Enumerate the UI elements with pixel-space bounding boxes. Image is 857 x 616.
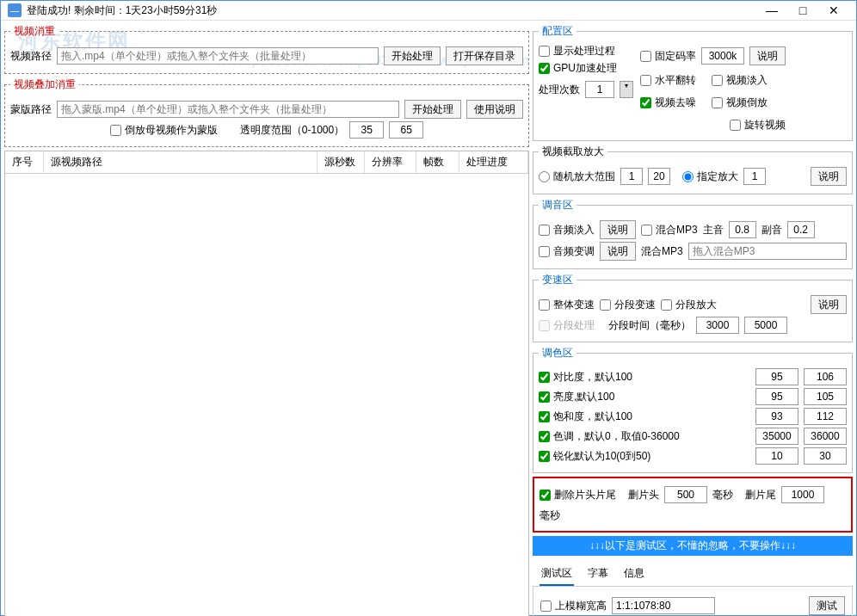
gpu-checkbox[interactable]: GPU加速处理	[539, 61, 633, 76]
col-progress: 处理进度	[459, 151, 528, 173]
brightness-max[interactable]	[804, 388, 847, 405]
saturation-max[interactable]	[804, 408, 847, 425]
seg-time-min-input[interactable]	[696, 317, 739, 334]
audio-explain-button[interactable]: 说明	[600, 220, 636, 239]
hue-checkbox[interactable]: 色调，默认0，取值0-36000	[539, 429, 680, 444]
table-body[interactable]	[5, 174, 528, 616]
fixed-zoom-input[interactable]	[743, 168, 766, 185]
saturation-min[interactable]	[755, 408, 798, 425]
col-index: 序号	[5, 151, 44, 173]
segment-time-label: 分段时间（毫秒）	[608, 318, 691, 333]
section-legend: 配置区	[539, 24, 576, 39]
zoom-min-input[interactable]	[620, 168, 643, 185]
tabs: 测试区 字幕 信息	[533, 559, 853, 587]
section-legend: 视频叠加消重	[10, 77, 79, 92]
show-process-checkbox[interactable]: 显示处理过程	[539, 44, 633, 59]
mix-mp3-label: 混合MP3	[641, 244, 683, 259]
fadein-checkbox[interactable]: 视频淡入	[712, 73, 768, 88]
sharpen-max[interactable]	[804, 447, 847, 465]
test-button[interactable]: 测试	[809, 596, 845, 615]
tab-subtitle[interactable]: 字幕	[586, 563, 610, 586]
mask-path-input[interactable]	[57, 101, 399, 118]
hue-max[interactable]	[804, 428, 847, 445]
mask-path-label: 蒙版路径	[10, 102, 52, 117]
segment-zoom-checkbox[interactable]: 分段放大	[661, 298, 717, 312]
tab-test[interactable]: 测试区	[539, 563, 574, 586]
minimize-button[interactable]: —	[756, 1, 787, 20]
contrast-min[interactable]	[755, 368, 798, 385]
col-seconds: 源秒数	[318, 151, 365, 173]
proc-count-label: 处理次数	[539, 83, 580, 97]
video-dedup-section: 视频消重 视频路径 开始处理 打开保存目录	[4, 24, 529, 74]
app-icon: —	[8, 3, 22, 17]
whole-speed-checkbox[interactable]: 整体变速	[539, 298, 595, 312]
segment-speed-checkbox[interactable]: 分段变速	[600, 298, 656, 312]
hue-min[interactable]	[755, 428, 798, 445]
trim-tail-label: 删片尾	[745, 488, 776, 502]
crop-section: 视频截取放大 随机放大范围 指定放大 说明	[533, 145, 853, 194]
start-process-button[interactable]: 开始处理	[384, 46, 441, 65]
trim-head-input[interactable]	[664, 486, 707, 503]
bitrate-input[interactable]	[701, 47, 744, 65]
config-section: 配置区 显示处理过程 GPU加速处理 处理次数 1 ▾ 固定码率	[533, 24, 853, 141]
hflip-checkbox[interactable]: 水平翻转	[640, 73, 696, 88]
pitch-checkbox[interactable]: 音频变调	[539, 244, 595, 259]
trim-tail-input[interactable]	[781, 486, 824, 503]
open-save-dir-button[interactable]: 打开保存目录	[446, 46, 523, 65]
fixed-zoom-radio[interactable]: 指定放大	[682, 169, 738, 184]
video-table: 序号 源视频路径 源秒数 分辨率 帧数 处理进度	[4, 151, 529, 616]
opacity-min-input[interactable]	[349, 121, 384, 139]
opacity-label: 透明度范围（0-1000）	[240, 123, 344, 138]
section-legend: 调色区	[539, 346, 576, 360]
trim-checkbox[interactable]: 删除片头片尾	[539, 488, 616, 502]
mix-mp3-checkbox[interactable]: 混合MP3	[641, 223, 698, 237]
ms-label: 毫秒	[539, 508, 560, 523]
close-button[interactable]: ✕	[818, 1, 849, 20]
opacity-max-input[interactable]	[389, 121, 423, 139]
reverse-mask-checkbox[interactable]: 倒放母视频作为蒙版	[110, 123, 218, 138]
speed-explain-button[interactable]: 说明	[811, 295, 847, 314]
pitch-explain-button[interactable]: 说明	[600, 242, 636, 261]
trim-head-label: 删片头	[628, 488, 659, 502]
ms-label: 毫秒	[712, 488, 733, 502]
color-section: 调色区 对比度，默认100 亮度,默认100 饱和度，默认100 色调，默认0，…	[533, 346, 853, 473]
contrast-max[interactable]	[804, 368, 847, 385]
fixed-bitrate-checkbox[interactable]: 固定码率	[640, 49, 696, 64]
saturation-checkbox[interactable]: 饱和度，默认100	[539, 410, 632, 424]
upper-blur-input[interactable]	[612, 597, 715, 614]
window-title: 登陆成功! 剩余时间：1天23小时59分31秒	[27, 3, 756, 18]
brightness-checkbox[interactable]: 亮度,默认100	[539, 390, 614, 404]
sharpen-checkbox[interactable]: 锐化默认为10(0到50)	[539, 449, 650, 464]
proc-count-value: 1	[585, 81, 614, 98]
crop-explain-button[interactable]: 说明	[811, 167, 847, 186]
zoom-max-input[interactable]	[648, 168, 670, 185]
contrast-checkbox[interactable]: 对比度，默认100	[539, 370, 632, 385]
random-zoom-radio[interactable]: 随机放大范围	[539, 169, 615, 184]
denoise-checkbox[interactable]: 视频去噪	[640, 95, 696, 110]
section-legend: 调音区	[539, 198, 576, 213]
tab-info[interactable]: 信息	[622, 563, 646, 586]
sub-audio-input[interactable]	[787, 221, 815, 238]
test-banner: ↓↓↓以下是测试区，不懂的忽略，不要操作↓↓↓	[533, 536, 853, 556]
video-path-input[interactable]	[57, 47, 379, 65]
proc-count-spinner[interactable]: ▾	[620, 81, 633, 98]
main-audio-input[interactable]	[729, 221, 756, 238]
seg-time-max-input[interactable]	[744, 317, 787, 334]
trim-section: 删除片头片尾 删片头 毫秒 删片尾 毫秒	[533, 477, 853, 533]
brightness-min[interactable]	[755, 388, 798, 405]
sharpen-min[interactable]	[755, 447, 798, 465]
path-label: 视频路径	[10, 49, 52, 64]
rotate-checkbox[interactable]: 旋转视频	[730, 118, 786, 132]
maximize-button[interactable]: □	[787, 1, 818, 20]
col-frames: 帧数	[416, 151, 459, 173]
overlay-start-button[interactable]: 开始处理	[404, 100, 461, 119]
audio-fadein-checkbox[interactable]: 音频淡入	[539, 223, 595, 237]
main-audio-label: 主音	[703, 223, 724, 237]
usage-help-button[interactable]: 使用说明	[466, 100, 523, 119]
segment-proc-checkbox[interactable]: 分段处理	[539, 318, 595, 333]
reverse-checkbox[interactable]: 视频倒放	[712, 95, 768, 110]
bitrate-explain-button[interactable]: 说明	[749, 46, 786, 65]
mix-mp3-input[interactable]	[688, 243, 847, 260]
col-resolution: 分辨率	[365, 151, 416, 173]
upper-blur-checkbox[interactable]: 上模糊宽高	[540, 599, 607, 613]
